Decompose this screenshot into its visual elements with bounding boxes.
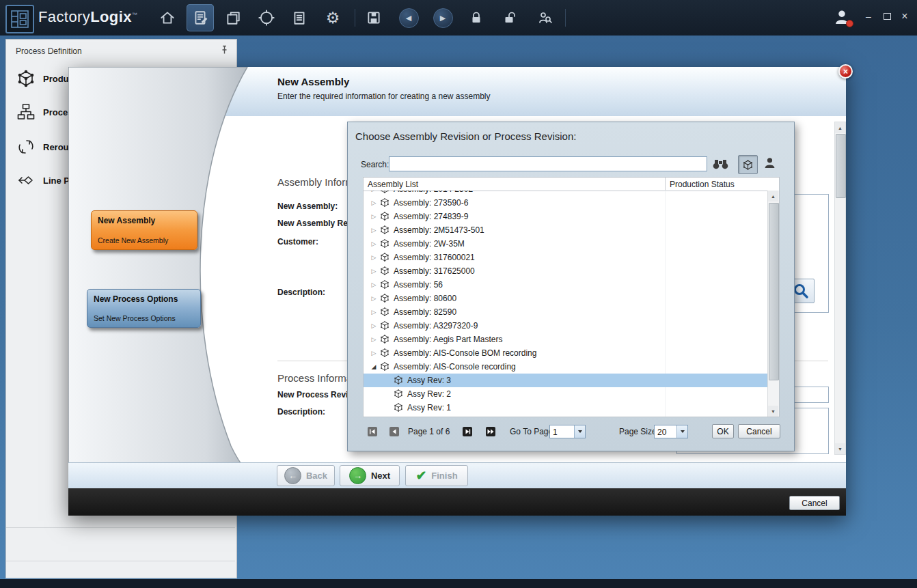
last-page-button[interactable] — [485, 426, 495, 436]
column-header-assembly-list[interactable]: Assembly List — [368, 180, 418, 189]
finish-button[interactable]: ✔ Finish — [405, 465, 468, 486]
tree-row[interactable]: ◢Assembly: AIS-Console recording — [364, 360, 767, 374]
collapsed-expander-icon[interactable]: ▷ — [369, 295, 379, 302]
collapsed-expander-icon[interactable]: ▷ — [369, 336, 379, 343]
grid-scrollbar[interactable]: ▲ ▼ — [767, 191, 779, 417]
next-button[interactable]: → Next — [340, 465, 400, 486]
assembly-filter-button[interactable] — [738, 155, 758, 174]
collapsed-expander-icon[interactable]: ▷ — [369, 240, 379, 247]
collapsed-expander-icon[interactable]: ▷ — [369, 213, 379, 220]
panel-separator — [6, 561, 235, 561]
scroll-up-arrow[interactable]: ▲ — [835, 122, 845, 133]
close-button[interactable]: × — [898, 12, 912, 21]
panel-separator — [6, 527, 235, 528]
tree-row[interactable]: ▷Assembly: 2M51473-501 — [364, 223, 767, 237]
first-page-button[interactable] — [367, 426, 377, 436]
dropdown-chevron-icon[interactable] — [574, 425, 585, 438]
tree-row-label: Assembly: 56 — [394, 280, 443, 290]
step-new-process-options-button[interactable]: New Process Options Set New Process Opti… — [87, 289, 201, 328]
redo-icon[interactable]: ▶ — [429, 4, 456, 31]
titlebar: FactoryLogix™ ⚙ ◀ ▶ – × — [0, 0, 917, 36]
modal-bottom-bar: Cancel — [68, 488, 846, 516]
home-icon[interactable] — [154, 4, 181, 31]
tree-row[interactable]: ▷Assembly: AIS-Console BOM recording — [364, 346, 767, 360]
maximize-button[interactable] — [880, 12, 894, 21]
dropdown-chevron-icon[interactable] — [676, 425, 687, 438]
tree-row[interactable]: Assy Rev: 3 — [364, 374, 767, 387]
collapsed-expander-icon[interactable]: ▷ — [369, 199, 379, 206]
column-header-production-status[interactable]: Production Status — [670, 180, 735, 189]
previous-page-button[interactable] — [389, 426, 399, 436]
collapsed-expander-icon[interactable]: ▷ — [369, 350, 379, 356]
tree-row[interactable]: ▷Assembly: 273590-6 — [364, 196, 767, 210]
wizard-close-button[interactable]: × — [838, 64, 853, 79]
binoculars-icon[interactable] — [713, 158, 728, 172]
tree-row[interactable]: ▷Assembly: A3297320-9 — [364, 319, 767, 333]
user-search-icon[interactable] — [531, 4, 558, 31]
search-input[interactable] — [389, 156, 707, 171]
process-description-label: Description: — [277, 407, 325, 417]
wizard-cancel-button[interactable]: Cancel — [789, 496, 840, 510]
tree-row[interactable]: ▷Assembly: 317600021 — [364, 251, 767, 264]
user-account-icon[interactable] — [828, 3, 856, 31]
operator-filter-icon[interactable] — [763, 156, 776, 172]
navigation-icon[interactable] — [253, 4, 280, 31]
assembly-cube-icon — [394, 403, 404, 412]
settings-gear-icon[interactable]: ⚙ — [319, 4, 346, 31]
column-divider[interactable] — [665, 178, 666, 191]
wizard-footer: ← Back → Next ✔ Finish — [68, 462, 846, 489]
pin-icon[interactable] — [220, 45, 229, 57]
tree-row[interactable]: Assy Rev: 2 — [364, 387, 767, 401]
layers-icon[interactable] — [219, 4, 247, 31]
save-icon[interactable] — [360, 4, 387, 31]
lock-icon[interactable] — [463, 4, 490, 31]
wizard-scrollbar[interactable]: ▲ ▼ — [834, 122, 846, 455]
process-editor-icon[interactable] — [187, 4, 214, 31]
ok-button[interactable]: OK — [712, 424, 734, 438]
toolbar-separator — [355, 9, 355, 27]
search-label: Search: — [361, 160, 389, 169]
popup-cancel-button[interactable]: Cancel — [738, 424, 780, 438]
scroll-down-arrow[interactable]: ▼ — [835, 443, 845, 454]
goto-page-value: 1 — [553, 428, 558, 437]
unlock-icon[interactable] — [497, 4, 524, 31]
scroll-up-arrow[interactable]: ▲ — [768, 191, 778, 201]
tree-row[interactable]: ▷Assembly: 2W-35M — [364, 237, 767, 251]
scrollbar-thumb[interactable] — [836, 134, 846, 198]
wizard-swoosh-graphic — [68, 67, 273, 488]
tree-row-label: Assembly: 2M51473-501 — [394, 225, 484, 235]
finish-check-icon: ✔ — [415, 468, 426, 484]
step-new-assembly-button[interactable]: New Assembly Create New Assembly — [91, 210, 197, 250]
reports-icon[interactable] — [286, 4, 313, 31]
page-size-select[interactable]: 20 — [654, 425, 688, 438]
collapsed-expander-icon[interactable]: ▷ — [369, 309, 379, 316]
collapsed-expander-icon[interactable]: ▷ — [369, 268, 379, 275]
tree-row[interactable]: ▷Assembly: Aegis Part Masters — [364, 333, 767, 346]
tree-row[interactable]: ▷Assembly: 317625000 — [364, 264, 767, 278]
page-size-value: 20 — [657, 428, 666, 437]
undo-icon[interactable]: ◀ — [395, 4, 422, 31]
collapsed-expander-icon[interactable]: ▷ — [369, 281, 379, 288]
tree-row-label: Assembly: A3297320-9 — [394, 321, 478, 331]
collapsed-expander-icon[interactable]: ▷ — [369, 227, 379, 234]
goto-page-select[interactable]: 1 — [549, 425, 586, 438]
tree-row[interactable]: ▷Assembly: 80600 — [364, 292, 767, 305]
back-button[interactable]: ← Back — [277, 465, 335, 486]
tree-row-label: Assy Rev: 2 — [407, 389, 451, 399]
collapsed-expander-icon[interactable]: ▷ — [369, 191, 379, 193]
tree-row[interactable]: ▷Assembly: 56 — [364, 278, 767, 292]
tree-row[interactable]: ▷Assembly: 82590 — [364, 305, 767, 319]
tree-row[interactable]: Assy Rev: 1 — [364, 401, 767, 415]
scroll-down-arrow[interactable]: ▼ — [768, 406, 778, 417]
tree-row[interactable]: ▷Assembly: 274839-9 — [364, 210, 767, 223]
expanded-expander-icon[interactable]: ◢ — [369, 363, 379, 370]
collapsed-expander-icon[interactable]: ▷ — [369, 254, 379, 261]
next-page-button[interactable] — [462, 426, 472, 436]
assembly-tree: ▷Assembly: 2014-2302▷Assembly: 273590-6▷… — [364, 191, 767, 417]
assembly-cube-icon — [380, 362, 390, 372]
minimize-button[interactable]: – — [862, 12, 875, 21]
collapsed-expander-icon[interactable]: ▷ — [369, 322, 379, 329]
assembly-cube-icon — [380, 321, 390, 331]
tree-row[interactable]: ▷Assembly: 2014-2302 — [364, 191, 767, 196]
scrollbar-thumb[interactable] — [769, 203, 779, 380]
